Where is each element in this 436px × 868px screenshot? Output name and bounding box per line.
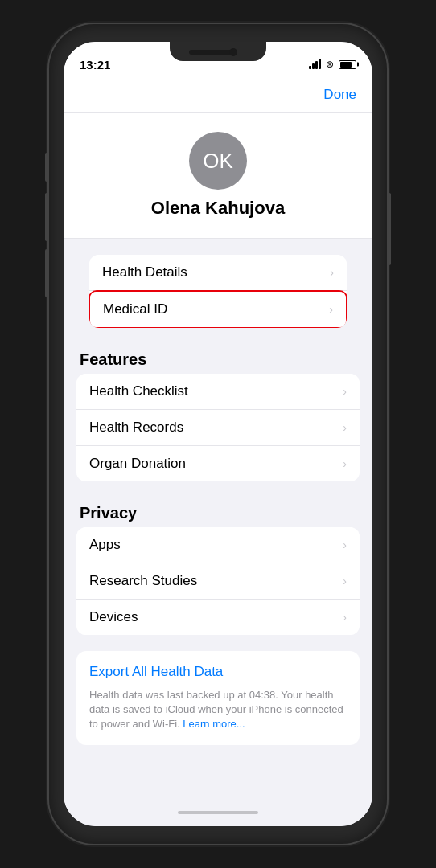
apps-item[interactable]: Apps › — [76, 527, 360, 563]
profile-name: Olena Kahujova — [151, 198, 285, 219]
main-items-section: Health Details › Medical ID › — [76, 255, 360, 328]
organ-donation-item[interactable]: Organ Donation › — [76, 446, 360, 481]
navigation-bar: Done — [64, 77, 372, 113]
chevron-icon: › — [343, 538, 347, 551]
phone-screen: 13:21 ⊛ Done OK — [64, 42, 372, 826]
avatar-initials: OK — [203, 149, 233, 174]
features-section: Features Health Checklist › Health Recor… — [64, 344, 372, 481]
organ-donation-label: Organ Donation — [89, 456, 186, 472]
camera-dot — [229, 48, 237, 56]
main-items-group: Health Details › Medical ID › — [89, 255, 347, 328]
chevron-icon: › — [343, 457, 347, 470]
features-group: Health Checklist › Health Records › Orga… — [76, 374, 360, 481]
done-button[interactable]: Done — [323, 87, 356, 103]
learn-more-link[interactable]: Learn more... — [183, 718, 245, 730]
status-time: 13:21 — [80, 58, 110, 72]
research-studies-label: Research Studies — [89, 573, 197, 589]
devices-label: Devices — [89, 609, 138, 625]
health-checklist-label: Health Checklist — [89, 383, 188, 399]
health-details-label: Health Details — [102, 264, 187, 280]
medical-id-item[interactable]: Medical ID › — [90, 292, 346, 327]
mute-button — [45, 153, 48, 182]
export-button[interactable]: Export All Health Data — [89, 664, 347, 680]
medical-id-label: Medical ID — [103, 301, 167, 317]
chevron-icon: › — [330, 266, 334, 279]
power-button — [388, 193, 391, 265]
chevron-icon: › — [343, 385, 347, 398]
profile-section: OK Olena Kahujova — [64, 113, 372, 239]
health-details-item[interactable]: Health Details › — [89, 255, 347, 291]
battery-icon — [339, 60, 356, 69]
privacy-section: Privacy Apps › Research Studies › Device… — [64, 497, 372, 635]
chevron-icon: › — [329, 303, 333, 316]
signal-icon — [309, 59, 321, 69]
home-bar — [178, 811, 258, 814]
status-icons: ⊛ — [309, 59, 356, 70]
home-indicator — [64, 799, 372, 826]
medical-id-highlight: Medical ID › — [89, 290, 347, 328]
health-records-label: Health Records — [89, 420, 183, 436]
notch — [170, 42, 266, 61]
scroll-content: OK Olena Kahujova Health Details › Medic… — [64, 113, 372, 799]
bottom-spacer — [64, 751, 372, 768]
devices-item[interactable]: Devices › — [76, 600, 360, 635]
privacy-group: Apps › Research Studies › Devices › — [76, 527, 360, 635]
wifi-icon: ⊛ — [326, 59, 334, 70]
export-description: Health data was last backed up at 04:38.… — [89, 688, 347, 732]
health-checklist-item[interactable]: Health Checklist › — [76, 374, 360, 410]
volume-up-button — [45, 193, 48, 241]
privacy-header: Privacy — [64, 497, 372, 527]
export-section: Export All Health Data Health data was l… — [76, 651, 360, 745]
avatar: OK — [189, 132, 247, 190]
apps-label: Apps — [89, 537, 121, 553]
chevron-icon: › — [343, 421, 347, 434]
chevron-icon: › — [343, 575, 347, 588]
health-records-item[interactable]: Health Records › — [76, 410, 360, 446]
chevron-icon: › — [343, 611, 347, 624]
features-header: Features — [64, 344, 372, 374]
research-studies-item[interactable]: Research Studies › — [76, 563, 360, 600]
phone-frame: 13:21 ⊛ Done OK — [49, 24, 387, 844]
volume-down-button — [45, 249, 48, 297]
